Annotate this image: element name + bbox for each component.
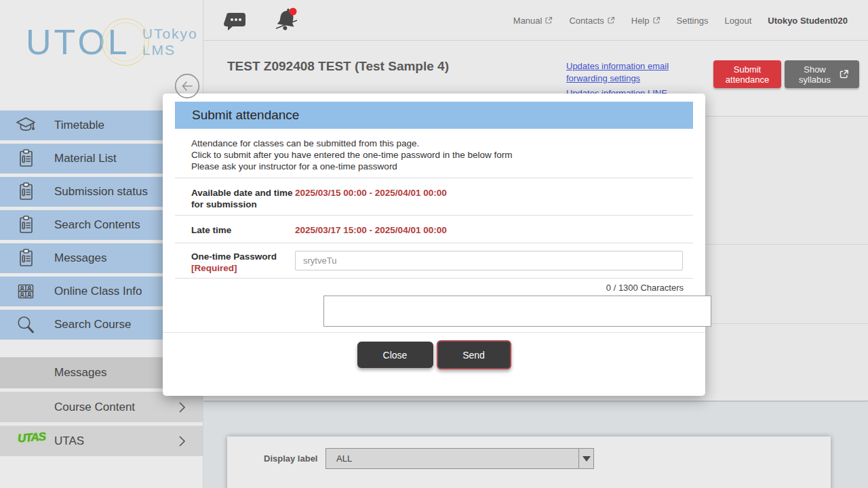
available-date-label: Available date and time for submission [191, 187, 295, 210]
character-counter: 0 / 1300 Characters [163, 283, 684, 293]
sidebar-item-label: Submission status [54, 185, 148, 199]
chat-bubble-icon[interactable] [224, 7, 248, 35]
clipboard-icon [15, 214, 37, 236]
logout-link[interactable]: Logout [724, 16, 751, 26]
utol-logo: UTOL UTokyo LMS [26, 24, 198, 60]
settings-link[interactable]: Settings [677, 16, 709, 26]
utol-logo-subtext: UTokyo LMS [142, 26, 198, 58]
show-syllabus-label: Show syllabus [795, 64, 835, 85]
clipboard-icon [15, 181, 37, 203]
dropdown-arrow-icon[interactable] [578, 449, 593, 468]
show-syllabus-button[interactable]: Show syllabus [785, 60, 859, 88]
late-time-value: 2025/03/17 15:00 - 2025/04/01 00:00 [295, 224, 447, 236]
sidebar-item-label: Timetable [54, 119, 104, 132]
required-badge: [Required] [191, 262, 295, 274]
description-line: Attendance for classes can be submitted … [191, 138, 677, 149]
external-link-icon [839, 69, 849, 79]
sidebar-item-label: Messages [54, 366, 106, 380]
modal-description: Attendance for classes can be submitted … [191, 138, 677, 172]
send-button[interactable]: Send [437, 340, 511, 369]
notification-bell-icon[interactable] [271, 5, 301, 37]
sidebar-collapse-button[interactable] [174, 73, 200, 99]
contacts-link-label: Contacts [569, 16, 604, 26]
external-link-icon [545, 16, 553, 24]
manual-link-label: Manual [513, 16, 542, 26]
description-line: Click to submit after you have entered t… [191, 149, 677, 161]
course-title: TEST Z092408 TEST (Test Sample 4) [227, 59, 449, 74]
manual-link[interactable]: Manual [513, 16, 553, 26]
username-display: Utokyo Student020 [768, 16, 848, 26]
submit-attendance-modal: Submit attendance Attendance for classes… [163, 94, 705, 396]
available-date-row: Available date and time for submission 2… [163, 178, 705, 215]
sidebar-item-label: Material List [54, 152, 117, 165]
utol-logo-text: UTOL [26, 24, 130, 60]
logo-rings-decoration [102, 18, 149, 66]
one-time-password-label: One-time Password [Required] [191, 251, 295, 274]
display-label-text: Display label [264, 453, 317, 464]
updates-email-link[interactable]: Updates information email forwarding set… [566, 60, 688, 85]
close-button[interactable]: Close [357, 342, 433, 368]
late-time-label: Late time [191, 224, 295, 236]
filter-panel: Display label ALL [227, 436, 831, 488]
graduation-cap-icon [15, 115, 37, 136]
modal-footer: Close Send [163, 332, 705, 377]
modal-header: Submit attendance [175, 102, 693, 129]
description-line: Please ask your instructor for a one-tim… [191, 161, 677, 172]
clipboard-icon [15, 247, 37, 269]
sidebar-item-label: Course Content [54, 401, 135, 414]
late-time-row: Late time 2025/03/17 15:00 - 2025/04/01 … [163, 216, 705, 243]
one-time-password-row: One-time Password [Required] [163, 243, 705, 278]
sidebar-item-label: Online Class Info [54, 285, 142, 298]
logout-link-label: Logout [724, 16, 751, 26]
utas-logo-icon: UTAS [17, 430, 45, 446]
one-time-password-input[interactable] [295, 251, 683, 270]
modal-title: Submit attendance [192, 108, 299, 123]
available-date-value: 2025/03/15 00:00 - 2025/04/01 00:00 [295, 187, 447, 210]
sidebar-item-label: UTAS [54, 434, 84, 448]
sidebar-item-label: Messages [54, 251, 106, 265]
top-header-bar: Manual Contacts Help Settings Logout Uto… [203, 0, 868, 41]
sidebar-item-label: Search Contents [54, 218, 140, 232]
modal-divider [175, 278, 693, 279]
display-label-select[interactable]: ALL [326, 448, 594, 469]
external-link-icon [607, 16, 615, 24]
settings-link-label: Settings [677, 16, 709, 26]
clipboard-icon [15, 148, 37, 169]
password-label-text: One-time Password [191, 251, 277, 262]
comment-textarea[interactable] [323, 296, 711, 327]
submit-attendance-button[interactable]: Submit attendance [713, 60, 781, 88]
external-link-icon [652, 16, 660, 24]
selected-option: ALL [336, 449, 352, 468]
help-link-label: Help [631, 16, 650, 26]
chevron-right-icon [178, 435, 186, 447]
sidebar-item-label: Search Course [54, 318, 131, 331]
sidebar-item-course-content[interactable]: Course Content [0, 392, 203, 422]
contacts-link[interactable]: Contacts [569, 16, 614, 26]
help-link[interactable]: Help [631, 16, 660, 26]
magnifier-icon [15, 314, 37, 336]
top-nav-links: Manual Contacts Help Settings Logout Uto… [513, 0, 848, 41]
chevron-right-icon [178, 401, 186, 413]
video-grid-icon [15, 281, 37, 302]
sidebar-item-utas[interactable]: UTAS UTAS [0, 426, 203, 456]
